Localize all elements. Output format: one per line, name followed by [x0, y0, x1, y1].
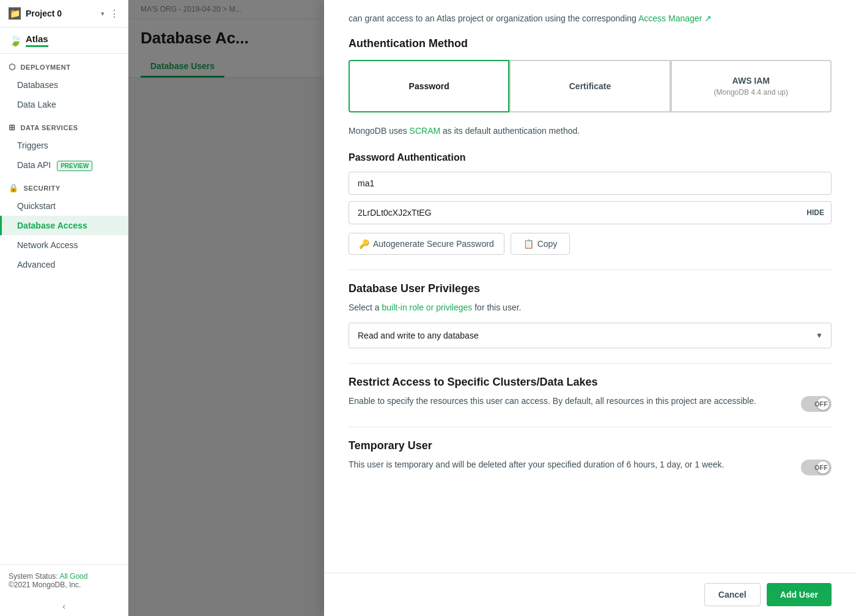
restrict-desc: Enable to specify the resources this use…: [349, 395, 791, 408]
temp-toggle-label: OFF: [814, 464, 828, 471]
auth-method-aws-iam[interactable]: AWS IAM (MongoDB 4.4 and up): [671, 60, 832, 112]
atlas-logo: 🍃 Atlas: [0, 28, 128, 54]
sidebar: 📁 Project 0 ▾ ⋮ 🍃 Atlas ⬡ DEPLOYMENT Dat…: [0, 0, 128, 616]
scram-info: MongoDB uses SCRAM as its default authen…: [349, 125, 832, 138]
restrict-title: Restrict Access to Specific Clusters/Dat…: [349, 376, 832, 389]
add-user-button[interactable]: Add User: [767, 583, 832, 606]
key-icon: 🔑: [359, 239, 369, 249]
folder-icon: 📁: [9, 7, 21, 20]
privileges-select[interactable]: Read and write to any database Atlas adm…: [349, 323, 832, 348]
temp-user-title: Temporary User: [349, 439, 832, 452]
password-actions: 🔑 Autogenerate Secure Password 📋 Copy: [349, 233, 832, 255]
main-content-wrapper: MA'S ORG - 2019-04-20 > M... Database Ac…: [128, 0, 856, 616]
system-status: System Status: All Good: [9, 572, 119, 581]
more-options-icon[interactable]: ⋮: [109, 8, 119, 20]
modal-overlay: can grant access to an Atlas project or …: [128, 0, 856, 616]
restrict-access-content: Enable to specify the resources this use…: [349, 395, 791, 408]
deployment-icon: ⬡: [9, 62, 16, 72]
sidebar-item-databases[interactable]: Databases: [0, 75, 128, 95]
auth-method-certificate[interactable]: Certificate: [509, 60, 670, 112]
atlas-leaf-icon: 🍃: [9, 34, 22, 47]
privileges-select-wrapper: Read and write to any database Atlas adm…: [349, 323, 832, 348]
data-services-section-header: ⊞ DATA SERVICES: [0, 114, 128, 136]
sidebar-item-data-lake[interactable]: Data Lake: [0, 95, 128, 114]
deployment-section-header: ⬡ DEPLOYMENT: [0, 54, 128, 75]
intro-text: can grant access to an Atlas project or …: [349, 12, 832, 25]
restrict-access-row: Enable to specify the resources this use…: [349, 395, 832, 412]
security-section-header: 🔒 SECURITY: [0, 175, 128, 196]
divider-2: [349, 363, 832, 364]
password-wrapper: HIDE: [349, 201, 832, 224]
preview-badge: PREVIEW: [57, 161, 92, 171]
lock-icon: 🔒: [9, 183, 19, 193]
autogenerate-password-button[interactable]: 🔑 Autogenerate Secure Password: [349, 233, 504, 255]
auth-method-section-title: Authentication Method: [349, 37, 832, 50]
scram-link[interactable]: SCRAM: [410, 126, 443, 136]
modal-footer: Cancel Add User: [324, 573, 856, 616]
collapse-sidebar-button[interactable]: ‹: [0, 596, 128, 616]
restrict-access-toggle[interactable]: OFF: [801, 396, 832, 412]
temp-user-content: This user is temporary and will be delet…: [349, 458, 791, 471]
data-services-icon: ⊞: [9, 123, 16, 132]
auth-method-password[interactable]: Password: [349, 60, 509, 112]
sidebar-footer: System Status: All Good ©2021 MongoDB, I…: [0, 564, 128, 596]
security-label: SECURITY: [24, 185, 61, 192]
sidebar-item-data-api[interactable]: Data API PREVIEW: [0, 155, 128, 175]
password-auth-title: Password Authentication: [349, 152, 832, 163]
divider-3: [349, 427, 832, 427]
sidebar-item-network-access[interactable]: Network Access: [0, 235, 128, 255]
deployment-label: DEPLOYMENT: [21, 64, 71, 71]
built-in-role-link[interactable]: built-in role or privileges: [382, 302, 474, 312]
modal-panel: can grant access to an Atlas project or …: [324, 0, 856, 616]
sidebar-item-quickstart[interactable]: Quickstart: [0, 196, 128, 216]
modal-body: can grant access to an Atlas project or …: [324, 0, 856, 573]
temp-user-row: This user is temporary and will be delet…: [349, 458, 832, 475]
password-input[interactable]: [349, 201, 832, 224]
username-input[interactable]: [349, 172, 832, 195]
sidebar-header: 📁 Project 0 ▾ ⋮: [0, 0, 128, 28]
temp-desc: This user is temporary and will be delet…: [349, 458, 791, 471]
atlas-label: Atlas: [26, 34, 48, 47]
project-name: Project 0: [26, 9, 96, 18]
system-status-value: All Good: [59, 572, 87, 581]
copy-icon: 📋: [523, 239, 534, 249]
data-services-label: DATA SERVICES: [21, 124, 78, 131]
sidebar-item-triggers[interactable]: Triggers: [0, 136, 128, 155]
access-manager-link[interactable]: Access Manager ↗: [638, 13, 712, 23]
auth-methods-group: Password Certificate AWS IAM (MongoDB 4.…: [349, 60, 832, 112]
privileges-title: Database User Privileges: [349, 282, 832, 295]
hide-password-button[interactable]: HIDE: [806, 208, 824, 217]
temp-user-toggle[interactable]: OFF: [801, 460, 832, 475]
copy-password-button[interactable]: 📋 Copy: [511, 233, 570, 255]
divider-1: [349, 270, 832, 270]
chevron-down-icon[interactable]: ▾: [101, 10, 105, 18]
restrict-toggle-label: OFF: [814, 400, 828, 408]
sidebar-item-database-access[interactable]: Database Access: [0, 216, 128, 235]
cancel-button[interactable]: Cancel: [704, 583, 761, 606]
privileges-desc: Select a built-in role or privileges for…: [349, 301, 832, 314]
sidebar-item-advanced[interactable]: Advanced: [0, 255, 128, 274]
copyright: ©2021 MongoDB, Inc.: [9, 581, 119, 589]
